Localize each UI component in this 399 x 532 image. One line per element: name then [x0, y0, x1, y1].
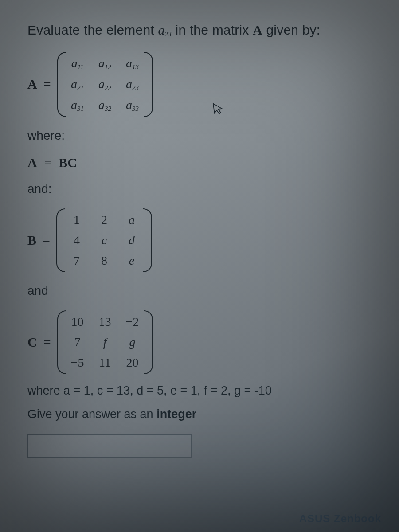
- and-label: and:: [27, 182, 374, 196]
- paren-right-icon: [143, 208, 152, 272]
- matrix-cell: −2: [125, 315, 141, 329]
- question-text: Evaluate the element a23 in the matrix A…: [27, 21, 374, 39]
- matrix-a-grid: a11a12a13a21a22a23a31a32a33: [66, 52, 144, 117]
- eq-rhs: BC: [59, 155, 77, 170]
- matrix-cell: 11: [97, 356, 113, 370]
- element-symbol: a: [158, 23, 164, 37]
- question-mid: in the matrix: [172, 23, 253, 37]
- paren-left-icon: [56, 208, 65, 272]
- matrix-cell: e: [124, 254, 140, 268]
- matrix-cell: −5: [70, 356, 86, 370]
- cursor-icon: [212, 101, 226, 119]
- element-subscript: 23: [165, 31, 172, 38]
- matrix-cell: 10: [70, 315, 86, 329]
- variable-values: where a = 1, c = 13, d = 5, e = 1, f = 2…: [27, 384, 374, 398]
- eq-lhs: A: [27, 155, 37, 170]
- matrix-cell: a32: [97, 98, 113, 113]
- matrix-cell: 4: [69, 233, 85, 247]
- paren-left-icon: [57, 310, 66, 374]
- matrix-a: a11a12a13a21a22a23a31a32a33: [57, 52, 153, 117]
- matrix-cell: f: [97, 335, 113, 349]
- matrix-c: 1013−27fg−51120: [57, 310, 153, 374]
- matrix-cell: a31: [70, 98, 86, 113]
- matrix-cell: g: [125, 335, 141, 349]
- matrix-cell: a11: [70, 56, 86, 71]
- matrix-cell: 13: [97, 315, 113, 329]
- instruction: Give your answer as an integer: [27, 407, 374, 421]
- matrix-cell: a22: [97, 77, 113, 92]
- matrix-b-label: B: [27, 233, 36, 248]
- and2-label: and: [27, 284, 374, 298]
- paren-right-icon: [144, 52, 153, 117]
- equals-sign: =: [43, 335, 51, 350]
- matrix-cell: a12: [97, 56, 113, 71]
- matrix-cell: c: [96, 233, 112, 247]
- matrix-b-definition: B = 12a4cd78e: [27, 208, 374, 272]
- matrix-a-label: A: [27, 77, 37, 92]
- matrix-cell: 2: [96, 213, 112, 227]
- matrix-b: 12a4cd78e: [56, 208, 152, 272]
- matrix-cell: 7: [69, 254, 85, 268]
- instruction-pre: Give your answer as an: [27, 407, 156, 421]
- problem-page: Evaluate the element a23 in the matrix A…: [0, 0, 399, 458]
- eq-sign: =: [44, 155, 51, 170]
- answer-input[interactable]: [27, 434, 192, 458]
- matrix-symbol: A: [253, 23, 262, 37]
- matrix-cell: 20: [125, 356, 141, 370]
- matrix-c-label: C: [27, 335, 37, 350]
- equals-sign: =: [43, 233, 50, 248]
- matrix-cell: 7: [70, 335, 86, 349]
- where-label: where:: [27, 129, 374, 143]
- equation-bc: A = BC: [27, 155, 374, 170]
- matrix-cell: a13: [125, 56, 141, 71]
- matrix-c-definition: C = 1013−27fg−51120: [27, 310, 374, 374]
- matrix-cell: a21: [70, 77, 86, 92]
- equals-sign: =: [43, 77, 51, 92]
- matrix-a-definition: A = a11a12a13a21a22a23a31a32a33: [27, 52, 374, 117]
- brand-watermark: ASUS Zenbook: [299, 512, 381, 525]
- matrix-cell: 1: [69, 213, 85, 227]
- matrix-cell: a: [124, 213, 140, 227]
- matrix-cell: a33: [125, 98, 141, 113]
- matrix-cell: d: [124, 233, 140, 247]
- instruction-strong: integer: [156, 407, 196, 421]
- question-post: given by:: [262, 23, 320, 37]
- paren-right-icon: [144, 310, 153, 374]
- matrix-c-grid: 1013−27fg−51120: [66, 310, 144, 374]
- matrix-cell: 8: [96, 254, 112, 268]
- matrix-b-grid: 12a4cd78e: [65, 208, 143, 272]
- matrix-cell: a23: [125, 77, 141, 92]
- paren-left-icon: [57, 52, 66, 117]
- question-pre: Evaluate the element: [27, 23, 158, 37]
